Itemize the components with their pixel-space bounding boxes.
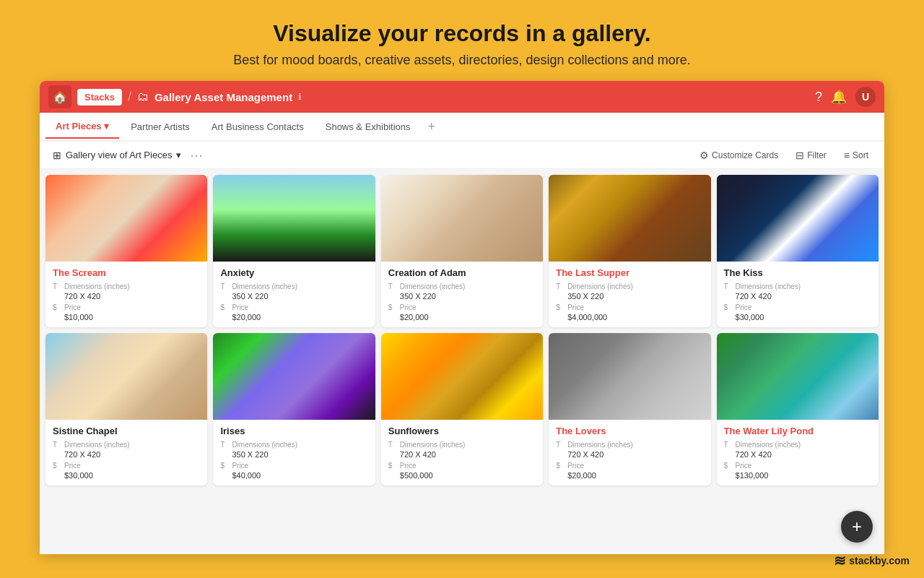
card-body-sistine: Sistine Chapel T Dimensions (inches) 720… (45, 420, 207, 486)
card-price-field-sunflowers: $ Price (388, 462, 536, 470)
price-label-anxiety: Price (232, 303, 248, 311)
dollar-icon-lovers: $ (556, 462, 565, 470)
main-subtitle: Best for mood boards, creative assets, d… (14, 53, 910, 68)
toolbar-actions: ⚙ Customize Cards ⊟ Filter ≡ Sort (692, 147, 876, 164)
card-title-irises: Irises (220, 426, 367, 436)
price-label-sunflowers: Price (400, 462, 417, 470)
text-icon-lovers: T (556, 441, 565, 449)
main-headline: Visualize your records in a gallery. (14, 20, 910, 47)
price-label-adam: Price (400, 303, 417, 311)
tab-art-business-contacts[interactable]: Art Business Contacts (201, 116, 314, 138)
home-icon: 🏠 (53, 90, 67, 104)
dim-label-lovers: Dimensions (inches) (567, 441, 633, 449)
dim-label-anxiety: Dimensions (inches) (232, 282, 297, 290)
dim-value-waterlily: 720 X 420 (724, 450, 871, 459)
top-header: Visualize your records in a gallery. Bes… (0, 0, 924, 81)
text-icon-waterlily: T (724, 441, 733, 449)
card-image-waterlily (717, 333, 879, 420)
card-supper[interactable]: The Last Supper T Dimensions (inches) 35… (549, 175, 710, 327)
card-sistine[interactable]: Sistine Chapel T Dimensions (inches) 720… (45, 333, 207, 486)
stacks-button[interactable]: Stacks (77, 89, 122, 105)
app-window: 🏠 Stacks / 🗂 Gallery Asset Management ℹ … (40, 81, 884, 554)
dollar-icon-anxiety: $ (220, 303, 229, 311)
card-title-sistine: Sistine Chapel (53, 426, 200, 436)
card-title-anxiety: Anxiety (220, 267, 367, 278)
dollar-icon-scream: $ (53, 303, 61, 311)
tab-partner-artists[interactable]: Partner Artists (121, 116, 200, 138)
dollar-icon-sunflowers: $ (388, 462, 397, 470)
card-dim-field-sunflowers: T Dimensions (inches) (388, 441, 536, 449)
price-label-lovers: Price (567, 462, 584, 470)
text-icon-sistine: T (53, 441, 61, 449)
card-anxiety[interactable]: Anxiety T Dimensions (inches) 350 X 220 … (213, 175, 375, 327)
bell-icon: 🔔 (831, 89, 847, 105)
tab-shows-exhibitions[interactable]: Shows & Exhibitions (315, 116, 421, 138)
card-price-field-lovers: $ Price (556, 462, 703, 470)
card-image-adam (381, 175, 543, 262)
card-image-sistine (45, 333, 207, 420)
card-price-field-kiss: $ Price (724, 303, 871, 311)
home-button[interactable]: 🏠 (48, 85, 71, 108)
card-image-irises (213, 333, 375, 420)
dim-value-supper: 350 X 220 (556, 292, 703, 301)
card-sunflowers[interactable]: Sunflowers T Dimensions (inches) 720 X 4… (381, 333, 543, 486)
dollar-icon-waterlily: $ (724, 462, 733, 470)
sort-button[interactable]: ≡ Sort (837, 147, 876, 164)
card-lovers[interactable]: The Lovers T Dimensions (inches) 720 X 4… (549, 333, 710, 486)
card-price-field-sistine: $ Price (53, 462, 200, 470)
add-tab-button[interactable]: + (422, 116, 442, 137)
tab-bar: Art Pieces ▾ Partner Artists Art Busines… (40, 113, 884, 142)
text-icon-irises: T (220, 441, 229, 449)
card-dim-field-sistine: T Dimensions (inches) (53, 441, 200, 449)
card-image-supper (549, 175, 710, 262)
card-body-waterlily: The Water Lily Pond T Dimensions (inches… (717, 420, 879, 486)
price-value-sistine: $30,000 (53, 471, 200, 480)
dollar-icon-irises: $ (220, 462, 229, 470)
add-record-button[interactable]: + (841, 511, 873, 543)
card-adam[interactable]: Creation of Adam T Dimensions (inches) 3… (381, 175, 543, 327)
view-selector[interactable]: ⊞ Gallery view of Art Pieces ▾ (48, 147, 186, 163)
dim-label-sunflowers: Dimensions (inches) (400, 441, 466, 449)
customize-label: Customize Cards (712, 150, 778, 160)
dim-value-lovers: 720 X 420 (556, 450, 703, 459)
card-title-supper: The Last Supper (556, 267, 703, 278)
stackby-logo-icon: ≋ (834, 552, 846, 569)
card-kiss[interactable]: The Kiss T Dimensions (inches) 720 X 420… (717, 175, 879, 327)
card-dim-field-supper: T Dimensions (inches) (556, 282, 703, 290)
card-title-waterlily: The Water Lily Pond (724, 426, 871, 436)
card-body-adam: Creation of Adam T Dimensions (inches) 3… (381, 262, 543, 327)
card-scream[interactable]: The Scream T Dimensions (inches) 720 X 4… (45, 175, 207, 327)
card-title-kiss: The Kiss (724, 267, 871, 278)
chevron-down-icon: ▾ (176, 150, 181, 160)
database-icon: 🗂 (137, 90, 149, 103)
options-button[interactable]: ⋯ (186, 146, 207, 165)
card-image-scream (45, 175, 207, 262)
info-icon[interactable]: ℹ (298, 92, 302, 102)
gallery-container: The Scream T Dimensions (inches) 720 X 4… (40, 169, 884, 554)
dim-label-sistine: Dimensions (inches) (64, 441, 130, 449)
card-title-sunflowers: Sunflowers (388, 426, 536, 436)
card-waterlily[interactable]: The Water Lily Pond T Dimensions (inches… (717, 333, 879, 486)
price-label-kiss: Price (736, 303, 752, 311)
title-bar: 🏠 Stacks / 🗂 Gallery Asset Management ℹ … (40, 81, 884, 113)
notifications-button[interactable]: 🔔 (831, 89, 847, 105)
card-dim-field-adam: T Dimensions (inches) (388, 282, 536, 290)
dim-value-irises: 350 X 220 (220, 450, 367, 459)
card-body-lovers: The Lovers T Dimensions (inches) 720 X 4… (549, 420, 710, 486)
dim-label-scream: Dimensions (inches) (64, 282, 130, 290)
card-irises[interactable]: Irises T Dimensions (inches) 350 X 220 $… (213, 333, 375, 486)
card-price-field-anxiety: $ Price (220, 303, 367, 311)
sort-icon: ≡ (844, 150, 850, 161)
tab-art-pieces[interactable]: Art Pieces ▾ (45, 115, 119, 139)
card-dim-field-kiss: T Dimensions (inches) (724, 282, 871, 290)
toolbar: ⊞ Gallery view of Art Pieces ▾ ⋯ ⚙ Custo… (40, 142, 884, 169)
dim-value-kiss: 720 X 420 (724, 292, 871, 301)
filter-button[interactable]: ⊟ Filter (788, 147, 834, 164)
dollar-icon-sistine: $ (53, 462, 61, 470)
card-image-sunflowers (381, 333, 543, 420)
help-button[interactable]: ? (815, 90, 822, 105)
avatar[interactable]: U (855, 87, 876, 107)
card-dim-field-anxiety: T Dimensions (inches) (220, 282, 367, 290)
customize-cards-button[interactable]: ⚙ Customize Cards (692, 147, 785, 164)
text-icon-anxiety: T (220, 282, 229, 290)
